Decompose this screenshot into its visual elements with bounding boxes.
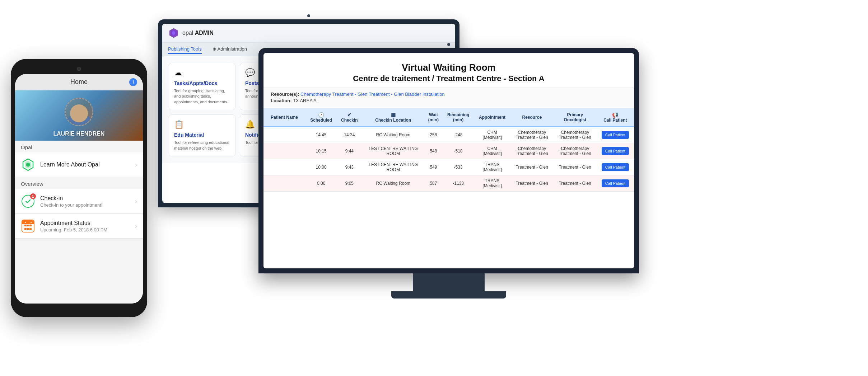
th-wait: Wait(min) [424, 108, 443, 127]
td-checkin-location-3: TEST CENTRE WAITINGROOM [362, 159, 424, 175]
vwr-resources-row: Resource(s): Chemotherapy Treatment - Gl… [271, 91, 627, 97]
admin-card-tasks[interactable]: ☁ Tasks/Appts/Docs Tool for grouping, tr… [169, 63, 235, 110]
td-checkin-1: 14:34 [337, 127, 362, 143]
svg-marker-5 [172, 31, 175, 35]
vwr-table-body: 14:45 14:34 RC Waiting Room 258 -248 CHM… [263, 127, 634, 192]
th-remaining: Remaining(min) [443, 108, 474, 127]
learn-more-title: Learn More About Opal [40, 161, 130, 168]
td-call-patient-3: Call Patient [597, 159, 634, 175]
admin-card-edu[interactable]: 📋 Edu Material Tool for referencing educ… [169, 114, 235, 156]
check-in-title: Check-in [40, 195, 130, 202]
td-appointment-2: CHM[Medivisit] [474, 143, 510, 159]
td-resource-3: Treatment - Glen [510, 159, 554, 175]
opal-admin-logo: opal ADMIN [168, 27, 214, 39]
table-row: 14:45 14:34 RC Waiting Room 258 -248 CHM… [263, 127, 634, 143]
td-checkin-2: 9:44 [337, 143, 362, 159]
table-row: 10:15 9:44 TEST CENTRE WAITINGROOM 548 -… [263, 143, 634, 159]
th-scheduled: 🕐 Scheduled [305, 108, 337, 127]
edu-title: Edu Material [174, 132, 230, 138]
th-appointment: Appointment [474, 108, 510, 127]
phone-screen: Home i LAURIE HENDREN Opal [15, 74, 143, 304]
th-patient-name-label: Patient Name [271, 115, 298, 120]
vwr-resources-label: Resource(s): [271, 91, 299, 97]
td-appointment-1: CHM[Medivisit] [474, 127, 510, 143]
table-row: 0:00 9:05 RC Waiting Room 587 -1133 TRAN… [263, 175, 634, 191]
calendar-header-strip [22, 220, 34, 224]
opal-logo-icon [22, 158, 34, 171]
call-patient-speaker-icon: 📢 [599, 112, 631, 118]
learn-more-chevron: › [135, 161, 137, 169]
td-remaining-2: -518 [443, 143, 474, 159]
checkmark-icon [24, 198, 32, 205]
learn-more-text: Learn More About Opal [40, 161, 130, 168]
phone-menu-section: Opal Learn More About Opal › [15, 141, 143, 304]
td-primary-oncologist-2: ChemotherapyTreatment - Glen [554, 143, 597, 159]
appointment-status-item[interactable]: Appointment Status Upcoming: Feb 5, 2018… [15, 214, 143, 239]
td-appointment-3: TRANS[Medivisit] [474, 159, 510, 175]
th-scheduled-label: Scheduled [310, 118, 332, 123]
th-checkin-label: CheckIn [341, 118, 358, 123]
td-call-patient-1: Call Patient [597, 127, 634, 143]
th-primary-oncologist: PrimaryOncologist [554, 108, 597, 127]
td-primary-oncologist-3: Treatment - Glen [554, 159, 597, 175]
th-checkin-location-label: CheckIn Location [375, 118, 411, 123]
phone-home-title: Home [70, 78, 88, 86]
td-resource-2: ChemotherapyTreatment - Glen [510, 143, 554, 159]
call-patient-btn-4[interactable]: Call Patient [602, 179, 629, 187]
phone-header: Home i [15, 74, 143, 90]
username-label: LAURIE HENDREN [53, 131, 104, 137]
opal-logo-icon-wrapper [21, 158, 35, 172]
monitor-back-camera [307, 14, 310, 17]
vwr-location-row: Location: TX AREA A [271, 98, 627, 103]
overview-section-label: Overview [15, 177, 143, 189]
td-checkin-location-1: RC Waiting Room [362, 127, 424, 143]
th-call-patient-label: Call Patient [603, 118, 627, 123]
call-patient-btn-1[interactable]: Call Patient [602, 131, 629, 139]
admin-logo-text: opal ADMIN [182, 30, 214, 36]
edu-icon: 📋 [174, 120, 230, 129]
td-remaining-4: -1133 [443, 175, 474, 191]
checkin-check-icon: ✔ [340, 112, 359, 118]
td-remaining-3: -533 [443, 159, 474, 175]
edu-desc: Tool for referencing educational materia… [174, 140, 230, 151]
td-patient-name-2 [263, 143, 305, 159]
phone-wrapper: Home i LAURIE HENDREN Opal [11, 59, 147, 317]
td-patient-name-3 [263, 159, 305, 175]
phone-profile-area: LAURIE HENDREN [15, 90, 143, 141]
info-icon[interactable]: i [129, 78, 137, 86]
th-call-patient: 📢 Call Patient [597, 108, 634, 127]
check-in-icon-wrapper: 1 [21, 194, 35, 208]
check-in-subtitle: Check-in to your appointment! [40, 202, 130, 208]
opal-section-label: Opal [15, 141, 143, 152]
td-patient-name-1 [263, 127, 305, 143]
td-primary-oncologist-4: Treatment - Glen [554, 175, 597, 191]
vwr-header: Virtual Waiting Room Centre de traitemen… [263, 53, 634, 88]
call-patient-btn-3[interactable]: Call Patient [602, 163, 629, 171]
td-call-patient-4: Call Patient [597, 175, 634, 191]
admin-header: opal ADMIN [162, 24, 455, 43]
calendar-icon [22, 220, 34, 232]
td-checkin-location-2: TEST CENTRE WAITINGROOM [362, 143, 424, 159]
th-checkin: ✔ CheckIn [337, 108, 362, 127]
nav-administration[interactable]: ⊕ Administration [213, 45, 247, 54]
monitor-front-wrapper: Virtual Waiting Room Centre de traitemen… [258, 43, 639, 299]
phone-camera [77, 67, 81, 71]
vwr-location-value: TX AREA A [293, 98, 317, 103]
check-in-item[interactable]: 1 Check-in Check-in to your appointment!… [15, 189, 143, 214]
td-wait-3: 549 [424, 159, 443, 175]
check-in-text: Check-in Check-in to your appointment! [40, 195, 130, 208]
td-appointment-4: TRANS[Medivisit] [474, 175, 510, 191]
th-checkin-location: ▦ CheckIn Location [362, 108, 424, 127]
check-in-badge: 1 [30, 193, 36, 199]
learn-more-item[interactable]: Learn More About Opal › [15, 152, 143, 177]
vwr-table: Patient Name 🕐 Scheduled ✔ CheckIn [263, 108, 634, 192]
nav-publishing-tools[interactable]: Publishing Tools [168, 45, 202, 54]
call-patient-btn-2[interactable]: Call Patient [602, 147, 629, 155]
appointment-status-title: Appointment Status [40, 220, 130, 226]
td-call-patient-2: Call Patient [597, 143, 634, 159]
th-resource: Resource [510, 108, 554, 127]
calendar-icon-wrapper [21, 219, 35, 233]
td-resource-4: Treatment - Glen [510, 175, 554, 191]
location-grid-icon: ▦ [365, 112, 421, 118]
td-checkin-3: 9:43 [337, 159, 362, 175]
